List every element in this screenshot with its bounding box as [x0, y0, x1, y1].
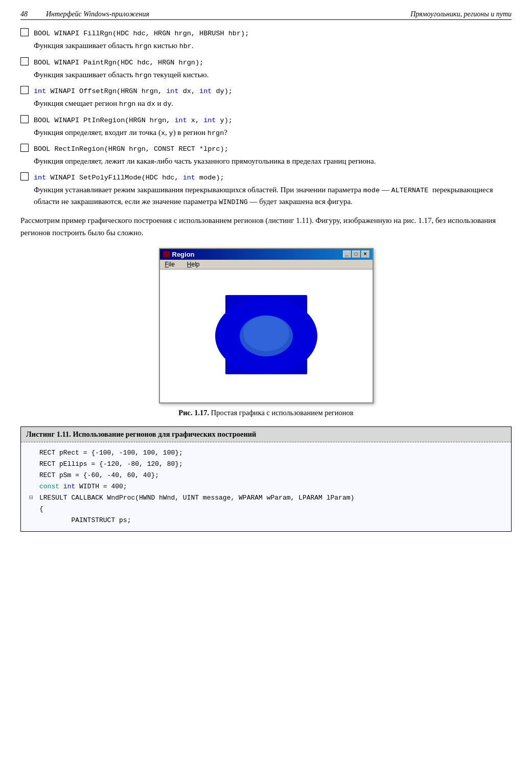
- code-signature: BOOL RectInRegion(HRGN hrgn, CONST RECT …: [34, 145, 228, 153]
- bullet-checkbox: [20, 28, 29, 36]
- code-line: RECT pSm = {-60, -40, 60, 40};: [29, 470, 503, 481]
- line-text: RECT pSm = {-60, -40, 60, 40};: [39, 470, 503, 481]
- item-description: Функция закрашивает область hrgn кистью …: [34, 40, 512, 52]
- item-description: Функция определяет, входит ли точка (x, …: [34, 127, 512, 139]
- figure-caption: Рис. 1.17. Простая графика с использован…: [20, 409, 512, 417]
- window-app-icon: [163, 251, 169, 257]
- line-text: RECT pRect = {-100, -100, 100, 100};: [39, 447, 503, 459]
- item-content: int WINAPI OffsetRgn(HRGN hrgn, int dx, …: [34, 85, 512, 110]
- code-signature: int WINAPI OffsetRgn(HRGN hrgn, int dx, …: [34, 85, 512, 97]
- item-content: BOOL WINAPI PtInRegion(HRGN hrgn, int x,…: [34, 114, 512, 139]
- figure-caption-text: Простая графика с использованием регионо…: [211, 409, 354, 417]
- line-text: LRESULT CALLBACK WndProc(HWND hWnd, UINT…: [39, 492, 503, 504]
- intro-paragraph: Рассмотрим пример графического построени…: [20, 214, 512, 239]
- bullet-checkbox: [20, 86, 29, 94]
- line-text: RECT pEllips = {-120, -80, 120, 80};: [39, 459, 503, 470]
- maximize-button[interactable]: □: [352, 251, 360, 258]
- list-item: int WINAPI OffsetRgn(HRGN hrgn, int dx, …: [20, 85, 512, 110]
- figure-caption-bold: Рис. 1.17.: [178, 409, 209, 417]
- line-text: const int WIDTH = 400;: [39, 481, 503, 492]
- code-line: {: [29, 504, 503, 515]
- code-signature: BOOL WINAPI PaintRgn(HDC hdc, HRGN hrgn)…: [34, 59, 203, 66]
- item-description: Функция устанавливает режим закрашивания…: [34, 184, 512, 208]
- item-content: BOOL WINAPI FillRgn(HDC hdc, HRGN hrgn, …: [34, 27, 512, 52]
- line-text: {: [39, 504, 503, 515]
- listing-box: Листинг 1.11. Использование регионов для…: [20, 426, 512, 532]
- code-line: ⊟ LRESULT CALLBACK WndProc(HWND hWnd, UI…: [29, 492, 503, 504]
- bullet-checkbox: [20, 115, 29, 123]
- item-content: BOOL WINAPI PaintRgn(HDC hdc, HRGN hrgn)…: [34, 56, 512, 81]
- menu-help[interactable]: Help: [185, 261, 202, 268]
- svg-point-5: [243, 315, 289, 351]
- list-item: BOOL WINAPI PaintRgn(HDC hdc, HRGN hrgn)…: [20, 56, 512, 81]
- page-header: 48 Интерфейс Windows-приложения Прямоуго…: [20, 10, 512, 20]
- list-item: BOOL RectInRegion(HRGN hrgn, CONST RECT …: [20, 143, 512, 167]
- item-description: Функция закрашивает область hrgn текущей…: [34, 69, 512, 81]
- list-item: int WINAPI SetPolyFillMode(HDC hdc, int …: [20, 171, 512, 208]
- header-left-text: Интерфейс Windows-приложения: [46, 10, 149, 18]
- code-line: RECT pRect = {-100, -100, 100, 100};: [29, 447, 503, 459]
- code-line: PAINTSTRUCT ps;: [29, 515, 503, 526]
- listing-header: Листинг 1.11. Использование регионов для…: [21, 427, 511, 442]
- item-content: int WINAPI SetPolyFillMode(HDC hdc, int …: [34, 171, 512, 208]
- window-canvas: [160, 269, 373, 402]
- window-titlebar: Region _ □ ×: [160, 249, 373, 260]
- list-item: BOOL WINAPI PtInRegion(HRGN hrgn, int x,…: [20, 114, 512, 139]
- item-description: Функция определяет, лежит ли какая-либо …: [34, 155, 512, 167]
- bullet-checkbox: [20, 144, 29, 152]
- page-number: 48: [20, 10, 28, 18]
- window-menubar: File Help: [160, 260, 373, 269]
- code-line: RECT pEllips = {-120, -80, 120, 80};: [29, 459, 503, 470]
- header-right-text: Прямоугольники, регионы и пути: [410, 10, 512, 18]
- region-graphic: [195, 280, 338, 392]
- item-description: Функция смещает регион hrgn на dx и dy.: [34, 98, 512, 109]
- code-signature: BOOL WINAPI PtInRegion(HRGN hrgn, int x,…: [34, 114, 512, 126]
- menu-file[interactable]: File: [163, 261, 177, 268]
- list-item: BOOL WINAPI FillRgn(HDC hdc, HRGN hrgn, …: [20, 27, 512, 52]
- code-signature: BOOL WINAPI FillRgn(HDC hdc, HRGN hrgn, …: [34, 30, 249, 37]
- bullet-checkbox: [20, 172, 29, 181]
- api-list: BOOL WINAPI FillRgn(HDC hdc, HRGN hrgn, …: [20, 27, 512, 208]
- line-text: PAINTSTRUCT ps;: [39, 515, 503, 526]
- titlebar-left: Region: [163, 251, 195, 258]
- close-button[interactable]: ×: [361, 251, 369, 258]
- figure-container: Region _ □ × File Help: [20, 248, 512, 403]
- bullet-checkbox: [20, 57, 29, 65]
- line-minus-marker: ⊟: [29, 492, 39, 504]
- code-signature: int WINAPI SetPolyFillMode(HDC hdc, int …: [34, 171, 512, 183]
- code-line: const int WIDTH = 400;: [29, 481, 503, 492]
- listing-code: RECT pRect = {-100, -100, 100, 100}; REC…: [21, 442, 511, 532]
- minimize-button[interactable]: _: [343, 251, 351, 258]
- item-content: BOOL RectInRegion(HRGN hrgn, CONST RECT …: [34, 143, 512, 167]
- window-controls: _ □ ×: [343, 251, 369, 258]
- window-title: Region: [172, 251, 195, 258]
- app-window: Region _ □ × File Help: [159, 248, 374, 403]
